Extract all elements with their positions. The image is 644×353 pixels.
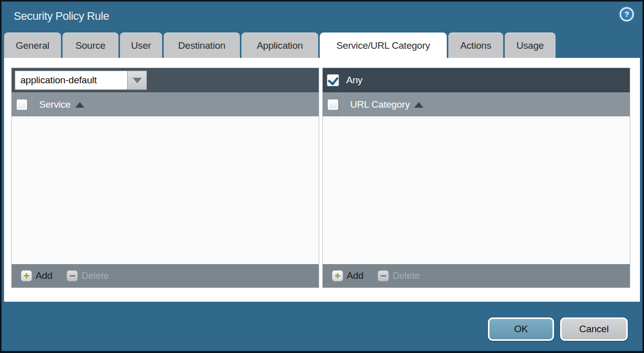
url-category-select-all-checkbox[interactable]	[327, 99, 339, 110]
any-checkbox[interactable]	[327, 74, 339, 86]
cancel-button[interactable]: Cancel	[560, 317, 628, 341]
tab-user[interactable]: User	[120, 33, 162, 58]
service-type-dropdown[interactable]: application-default	[15, 71, 147, 90]
tab-general[interactable]: General	[4, 33, 61, 58]
tab-destination[interactable]: Destination	[164, 33, 240, 58]
add-button-label: Add	[347, 270, 363, 281]
service-panel: application-default Service + Add	[11, 68, 319, 288]
url-category-select-all-cell	[323, 93, 343, 116]
service-toolbar: application-default	[12, 68, 319, 92]
minus-icon: −	[67, 270, 78, 281]
ok-button[interactable]: OK	[488, 317, 554, 341]
any-label: Any	[346, 75, 362, 86]
service-footer: + Add − Delete	[12, 264, 319, 287]
url-category-table-header: URL Category	[323, 92, 630, 116]
url-category-panel: Any URL Category + Add − Delete	[322, 68, 630, 288]
delete-button-label: Delete	[392, 270, 420, 281]
tab-content: application-default Service + Add	[4, 58, 640, 302]
tab-usage[interactable]: Usage	[505, 33, 556, 58]
url-category-any-bar: Any	[323, 68, 630, 92]
url-category-column-header[interactable]: URL Category	[350, 99, 410, 110]
service-select-all-checkbox[interactable]	[16, 99, 27, 110]
service-type-value: application-default	[15, 71, 127, 89]
tab-service-url-category[interactable]: Service/URL Category	[320, 33, 447, 58]
service-select-all-cell	[12, 93, 32, 116]
service-add-button[interactable]: + Add	[21, 270, 52, 281]
delete-button-label: Delete	[81, 270, 109, 281]
chevron-down-icon	[133, 78, 142, 83]
sort-asc-icon[interactable]	[414, 102, 423, 108]
tab-actions[interactable]: Actions	[448, 33, 503, 58]
tab-strip: General Source User Destination Applicat…	[4, 33, 556, 58]
url-category-add-button[interactable]: + Add	[332, 270, 363, 281]
plus-icon: +	[332, 270, 343, 281]
tab-application[interactable]: Application	[241, 33, 318, 58]
url-category-footer: + Add − Delete	[323, 264, 630, 287]
security-policy-rule-dialog: Security Policy Rule ? General Source Us…	[2, 2, 642, 351]
url-category-table-body[interactable]	[323, 116, 630, 264]
add-button-label: Add	[36, 270, 52, 281]
minus-icon: −	[378, 270, 389, 281]
sort-asc-icon[interactable]	[75, 102, 84, 108]
service-table-header: Service	[12, 92, 319, 116]
service-table-body[interactable]	[12, 116, 319, 264]
title-bar: Security Policy Rule ?	[2, 2, 642, 33]
dropdown-button[interactable]	[127, 71, 146, 89]
url-category-delete-button[interactable]: − Delete	[378, 270, 420, 281]
service-column-header[interactable]: Service	[39, 99, 71, 110]
dialog-title: Security Policy Rule	[14, 10, 109, 23]
tab-source[interactable]: Source	[63, 33, 118, 58]
service-delete-button[interactable]: − Delete	[67, 270, 109, 281]
help-icon[interactable]: ?	[620, 7, 634, 21]
plus-icon: +	[21, 270, 32, 281]
